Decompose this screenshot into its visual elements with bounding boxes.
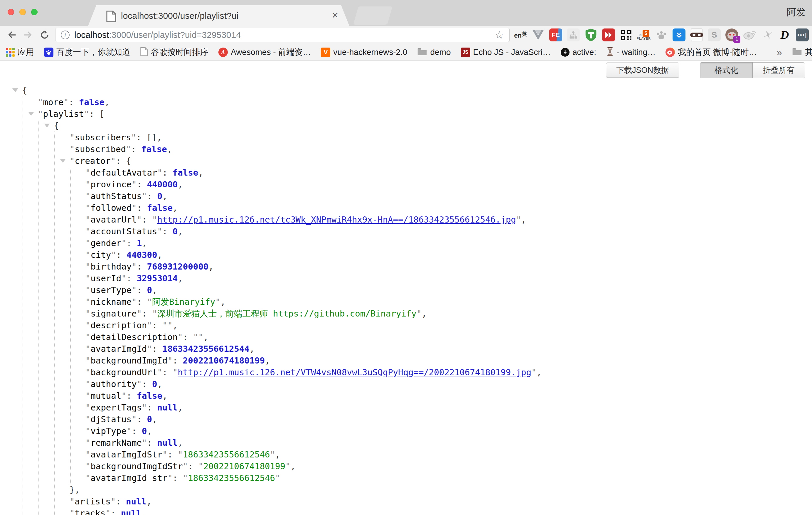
json-token: , (221, 297, 226, 307)
html5-player-extension-icon[interactable]: ≋5PLAYER (637, 28, 650, 42)
bookmark-echojs[interactable]: JSEcho JS - JavaScri… (461, 48, 551, 57)
collapse-toggle-icon[interactable] (44, 124, 50, 127)
bookmark-demo-folder[interactable]: demo (417, 48, 451, 57)
bookmarks-items: 应用百度一下，你就知道谷歌按时间排序AAwesomes - 前端资…Vvue-h… (6, 47, 757, 58)
mask-document-extension-icon[interactable] (690, 28, 703, 42)
json-token: : (89, 109, 99, 119)
fehelper-extension-icon[interactable]: FE (549, 28, 562, 42)
tab-strip: localhost:3000/user/playlist?ui × 阿发 (0, 0, 812, 26)
json-token: : (152, 320, 162, 330)
hummingbird-extension-icon[interactable] (760, 28, 774, 42)
bookmark-apps[interactable]: 应用 (6, 47, 34, 58)
collapse-all-button[interactable]: 折叠所有 (752, 62, 805, 78)
s-extension-icon[interactable]: S (707, 28, 721, 42)
json-token: " (132, 179, 137, 190)
url-text[interactable]: localhost:3000/user/playlist?uid=3295301… (74, 30, 492, 40)
json-token: , (146, 496, 151, 507)
browser-tab[interactable]: localhost:3000/user/playlist?ui × (88, 5, 349, 26)
tab-close-icon[interactable]: × (332, 9, 338, 22)
json-token: " (85, 391, 90, 401)
bookmark-label: 谷歌按时间排序 (151, 47, 208, 58)
json-token: " (85, 238, 90, 248)
json-token: false (79, 97, 105, 107)
json-token: birthday (90, 262, 132, 271)
json-token: : (116, 250, 126, 260)
sitemap-extension-icon[interactable] (567, 28, 580, 42)
json-token: : (137, 285, 147, 295)
back-button[interactable] (3, 27, 20, 43)
bookmark-label: vue-hackernews-2.0 (333, 48, 407, 57)
tampermonkey-extension-icon[interactable]: 1 (725, 28, 738, 42)
json-line: "expertTags": null, (0, 402, 812, 413)
json-token: : (137, 179, 147, 190)
json-token: null (126, 496, 146, 507)
video-speed-extension-icon[interactable] (602, 28, 615, 42)
minimize-window-button[interactable] (19, 9, 26, 15)
json-line: "backgroundUrl": "http://p1.music.126.ne… (0, 366, 812, 378)
json-token: accountStatus (90, 226, 157, 236)
page-info-icon[interactable]: i (61, 31, 69, 39)
json-token: , (141, 508, 146, 515)
json-token: 32953014 (137, 274, 178, 283)
json-token: , (152, 285, 157, 295)
json-token: " (111, 250, 116, 260)
format-button[interactable]: 格式化 (700, 62, 752, 78)
json-token: , (157, 133, 162, 142)
paw-extension-icon[interactable] (655, 28, 668, 42)
qrcode-extension-icon[interactable] (619, 28, 633, 42)
weibo-extension-icon[interactable] (743, 28, 756, 42)
bookmark-baidu[interactable]: 百度一下，你就知道 (44, 47, 130, 58)
json-token: : (142, 309, 152, 319)
zoom-window-button[interactable] (31, 9, 37, 15)
bookmark-google-sort[interactable]: 谷歌按时间排序 (140, 47, 208, 58)
collapse-toggle-icon[interactable] (60, 159, 66, 163)
bookmark-weibo-home[interactable]: 我的首页 微博-随时… (666, 47, 757, 58)
json-token: 440300 (126, 250, 157, 260)
bookmark-awesomes[interactable]: AAwesomes - 前端资… (219, 47, 311, 58)
close-window-button[interactable] (8, 9, 14, 15)
collapse-toggle-icon[interactable] (12, 88, 18, 92)
json-line: "djStatus": 0, (0, 413, 812, 425)
devdocs-extension-icon[interactable]: D (778, 28, 791, 42)
bookmark-waiting[interactable]: - waiting… (606, 47, 656, 58)
blue-chevrons-extension-icon[interactable] (672, 28, 686, 42)
indent-guide (54, 132, 55, 515)
json-token: , (198, 168, 203, 178)
bookmark-active[interactable]: active: (561, 48, 596, 57)
json-token: " (85, 438, 90, 448)
apps-icon (6, 48, 15, 57)
json-token: " (132, 262, 137, 271)
json-token: " (198, 461, 203, 471)
new-tab-button[interactable] (353, 6, 393, 25)
json-line: "birthday": 768931200000, (0, 261, 812, 273)
other-bookmarks[interactable]: 其他书签 (792, 47, 812, 58)
json-link[interactable]: http://p1.music.126.net/VTW4vsN08vwL3uSQ… (178, 367, 531, 377)
json-token: " (85, 168, 90, 178)
bookmark-star-icon[interactable]: ☆ (495, 29, 504, 41)
download-json-button[interactable]: 下载JSON数据 (606, 62, 679, 78)
json-token: " (85, 297, 90, 307)
json-token: " (106, 508, 110, 515)
collapse-toggle-icon[interactable] (28, 112, 34, 116)
json-token: " (63, 97, 68, 107)
json-token: , (521, 214, 526, 225)
omnibox[interactable]: i localhost:3000/user/playlist?uid=32953… (55, 28, 510, 42)
password-manager-extension-icon[interactable]: •••| (795, 28, 809, 42)
forward-button[interactable] (20, 27, 36, 43)
shield-t-extension-icon[interactable] (584, 28, 598, 42)
translate-extension-icon[interactable]: en英 (514, 28, 527, 42)
json-token: : (137, 203, 147, 213)
vueorange-icon: V (321, 48, 330, 57)
profile-name[interactable]: 阿发 (787, 6, 806, 19)
json-line: "defaultAvatar": false, (0, 167, 812, 178)
bookmarks-overflow-chevron[interactable]: » (777, 47, 782, 58)
vue-devtools-extension-icon[interactable] (531, 28, 545, 42)
bookmark-vue-hackernews[interactable]: Vvue-hackernews-2.0 (321, 48, 407, 57)
json-token: " (157, 168, 162, 178)
json-line: "description": "", (0, 319, 812, 331)
json-link[interactable]: http://p1.music.126.net/tc3Wk_XNPmwiR4hx… (157, 214, 516, 225)
json-token: : (173, 473, 183, 483)
json-token: , (178, 438, 182, 448)
reload-button[interactable] (36, 27, 53, 43)
json-token: " (173, 367, 178, 377)
